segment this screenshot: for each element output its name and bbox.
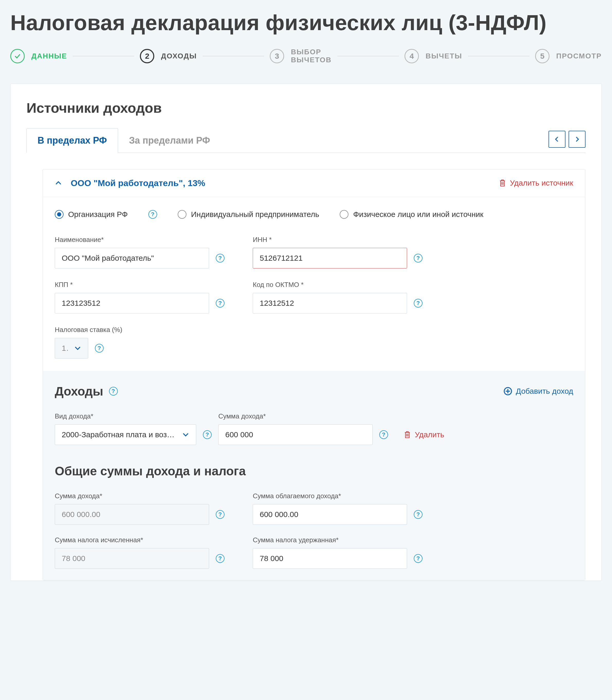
main-card: Источники доходов В пределах РФ За преде… bbox=[10, 84, 602, 581]
page-title: Налоговая декларация физических лиц (3-Н… bbox=[10, 10, 602, 35]
step-4-label: ВЫЧЕТЫ bbox=[426, 52, 462, 60]
step-3-label: ВЫБОР ВЫЧЕТОВ bbox=[291, 48, 332, 64]
sum-tax-held-input[interactable] bbox=[253, 548, 407, 569]
radio-ip[interactable]: Индивидуальный предприниматель bbox=[178, 210, 319, 219]
step-1[interactable]: ДАННЫЕ bbox=[10, 49, 67, 63]
name-input[interactable] bbox=[55, 248, 209, 268]
radio-person-label: Физическое лицо или иной источник bbox=[353, 210, 483, 219]
help-icon[interactable]: ? bbox=[95, 344, 103, 353]
sum-income-label: Сумма дохода* bbox=[55, 492, 224, 500]
chevron-left-icon bbox=[554, 136, 560, 143]
add-income-label: Добавить доход bbox=[516, 387, 573, 395]
income-type-select[interactable]: 2000-Заработная плата и возн… bbox=[55, 425, 196, 445]
income-amount-input[interactable] bbox=[218, 425, 373, 445]
source-header[interactable]: ООО "Мой работодатель", 13% Удалить исто… bbox=[43, 169, 585, 197]
delete-income-button[interactable]: Удалить bbox=[403, 425, 444, 445]
tax-rate-label: Налоговая ставка (%) bbox=[55, 326, 122, 334]
incomes-section: Доходы ? Добавить доход Вид дохода* bbox=[43, 371, 585, 580]
sum-tax-calc-input bbox=[55, 548, 209, 569]
help-icon[interactable]: ? bbox=[216, 254, 224, 262]
inn-label: ИНН * bbox=[253, 236, 422, 244]
sum-taxable-label: Сумма облагаемого дохода* bbox=[253, 492, 422, 500]
help-icon[interactable]: ? bbox=[216, 554, 224, 563]
income-type-label: Вид дохода* bbox=[55, 412, 212, 420]
radio-organization[interactable]: Организация РФ bbox=[55, 210, 128, 219]
chevron-up-icon bbox=[55, 179, 62, 187]
incomes-heading: Доходы bbox=[55, 384, 103, 399]
step-4[interactable]: 4 ВЫЧЕТЫ bbox=[404, 49, 462, 63]
help-icon[interactable]: ? bbox=[414, 554, 422, 563]
sum-taxable-input[interactable] bbox=[253, 504, 407, 525]
kpp-label: КПП * bbox=[55, 281, 224, 289]
step-5-num: 5 bbox=[535, 49, 550, 63]
income-source-panel: ООО "Мой работодатель", 13% Удалить исто… bbox=[43, 169, 585, 580]
source-type-radios: Организация РФ ? Индивидуальный предприн… bbox=[55, 210, 573, 219]
step-2-num: 2 bbox=[140, 49, 154, 63]
chevron-down-icon bbox=[182, 431, 189, 438]
sum-income-input bbox=[55, 504, 209, 525]
step-5[interactable]: 5 ПРОСМОТР bbox=[535, 49, 602, 63]
step-4-num: 4 bbox=[404, 49, 419, 63]
radio-person[interactable]: Физическое лицо или иной источник bbox=[340, 210, 483, 219]
step-5-label: ПРОСМОТР bbox=[556, 52, 602, 60]
sum-tax-held-label: Сумма налога удержанная* bbox=[253, 536, 422, 544]
inn-input[interactable] bbox=[253, 248, 407, 268]
check-icon bbox=[10, 49, 25, 63]
delete-source-button[interactable]: Удалить источник bbox=[499, 179, 573, 187]
step-2[interactable]: 2 ДОХОДЫ bbox=[140, 49, 197, 63]
oktmo-input[interactable] bbox=[253, 293, 407, 313]
step-1-label: ДАННЫЕ bbox=[31, 52, 67, 60]
tab-inside-rf[interactable]: В пределах РФ bbox=[27, 128, 118, 153]
help-icon[interactable]: ? bbox=[216, 299, 224, 308]
tax-rate-select[interactable]: 13 bbox=[55, 338, 88, 359]
delete-source-label: Удалить источник bbox=[510, 179, 573, 187]
totals-heading: Общие суммы дохода и налога bbox=[55, 464, 573, 478]
step-2-label: ДОХОДЫ bbox=[161, 52, 197, 60]
prev-source-button[interactable] bbox=[548, 131, 566, 148]
income-row: Вид дохода* 2000-Заработная плата и возн… bbox=[55, 412, 573, 445]
section-title: Источники доходов bbox=[27, 100, 585, 116]
stepper: ДАННЫЕ 2 ДОХОДЫ 3 ВЫБОР ВЫЧЕТОВ 4 ВЫЧЕТЫ… bbox=[10, 48, 602, 64]
kpp-input[interactable] bbox=[55, 293, 209, 313]
delete-income-label: Удалить bbox=[415, 430, 444, 439]
income-type-value: 2000-Заработная плата и возн… bbox=[62, 430, 178, 439]
radio-organization-label: Организация РФ bbox=[68, 210, 128, 219]
step-3-num: 3 bbox=[270, 49, 284, 63]
name-label: Наименование* bbox=[55, 236, 224, 244]
oktmo-label: Код по ОКТМО * bbox=[253, 281, 422, 289]
chevron-right-icon bbox=[574, 136, 580, 143]
trash-icon bbox=[499, 179, 506, 187]
tabs: В пределах РФ За пределами РФ bbox=[27, 128, 585, 153]
income-amount-label: Сумма дохода* bbox=[218, 412, 388, 420]
trash-icon bbox=[403, 430, 411, 439]
sum-tax-calc-label: Сумма налога исчисленная* bbox=[55, 536, 224, 544]
source-title: ООО "Мой работодатель", 13% bbox=[71, 178, 205, 188]
help-icon[interactable]: ? bbox=[109, 387, 118, 395]
next-source-button[interactable] bbox=[569, 131, 585, 148]
chevron-down-icon bbox=[74, 345, 81, 352]
help-icon[interactable]: ? bbox=[203, 430, 212, 439]
tax-rate-value: 13 bbox=[62, 344, 69, 353]
help-icon[interactable]: ? bbox=[414, 299, 422, 308]
help-icon[interactable]: ? bbox=[414, 254, 422, 262]
help-icon[interactable]: ? bbox=[414, 510, 422, 519]
radio-ip-label: Индивидуальный предприниматель bbox=[191, 210, 319, 219]
help-icon[interactable]: ? bbox=[148, 210, 157, 219]
tab-outside-rf[interactable]: За пределами РФ bbox=[118, 128, 221, 153]
step-3[interactable]: 3 ВЫБОР ВЫЧЕТОВ bbox=[270, 48, 332, 64]
plus-circle-icon bbox=[503, 387, 512, 395]
help-icon[interactable]: ? bbox=[379, 430, 388, 439]
add-income-button[interactable]: Добавить доход bbox=[503, 387, 573, 395]
help-icon[interactable]: ? bbox=[216, 510, 224, 519]
